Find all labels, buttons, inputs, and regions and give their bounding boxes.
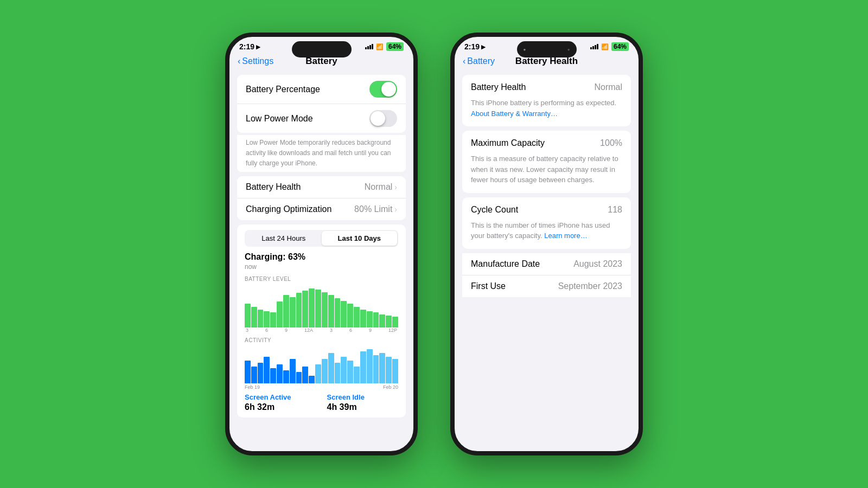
cycle-count-value: 118 [608,205,622,215]
toggle-knob-low-power [371,111,385,126]
bar-10 [302,291,308,328]
maximum-capacity-section: Maximum Capacity 100% This is a measure … [462,131,631,193]
first-use-label: First Use [471,281,506,291]
charging-optimization-value: 80% Limit › [354,204,397,214]
bar-23 [386,316,392,328]
bar-14 [328,295,334,328]
battery-health-right-row: Battery Health Normal [462,75,631,97]
phone-left: 2:19 ▶ 📶 64% ‹ Settings Battery Battery … [225,33,418,455]
status-time-left: 2:19 ▶ [239,42,260,51]
back-button-left[interactable]: ‹ Settings [238,56,273,66]
battery-health-value: Normal › [365,182,397,192]
battery-health-right-section: Battery Health Normal This iPhone batter… [462,75,631,126]
learn-more-link[interactable]: Learn more… [544,232,587,240]
bar-5 [270,312,276,328]
back-button-right[interactable]: ‹ Battery [463,56,495,66]
battery-health-label: Battery Health [246,182,301,192]
manufacture-date-value: August 2023 [573,259,622,269]
charging-status-label: Charging: 63% [245,252,398,262]
status-icons-right: 📶 64% [590,42,629,51]
bar-15 [335,298,341,328]
low-power-mode-label: Low Power Mode [246,114,313,124]
time-btn-24h[interactable]: Last 24 Hours [246,231,322,246]
bar-12 [315,290,321,328]
activity-bars [245,345,398,383]
dynamic-island-left [292,41,352,57]
wifi-icon-right: 📶 [601,43,609,50]
bar-9 [296,293,302,328]
screen-idle-value: 4h 39m [327,402,399,412]
maximum-capacity-label: Maximum Capacity [471,138,545,148]
bar-18 [354,307,360,328]
usage-row: Screen Active 6h 32m Screen Idle 4h 39m [245,393,398,412]
screen-active-value: 6h 32m [245,402,316,412]
status-icons-left: 📶 64% [365,42,404,51]
bar-6 [277,301,283,328]
bar-11 [309,288,315,328]
cycle-count-section: Cycle Count 118 This is the number of ti… [462,197,631,249]
screen-active-item: Screen Active 6h 32m [245,393,316,412]
phone-right: ● ● 2:19 ▶ 📶 64% ‹ Battery Battery Healt… [450,33,643,455]
battery-chart-x-labels: 3 6 9 12A 3 6 9 12P [245,328,398,333]
battery-percent-left: 64% [386,42,404,51]
location-icon-right: ▶ [481,44,486,50]
bar-19 [360,310,366,328]
toggle-knob-battery-pct [381,82,396,97]
battery-level-chart: 3 6 9 12A 3 6 9 12P [245,284,398,333]
maximum-capacity-value: 100% [600,138,622,148]
manufacture-info-section: Manufacture Date August 2023 First Use S… [462,253,631,297]
chevron-right-health: › [394,183,397,191]
chevron-left-icon: ‹ [238,56,240,66]
nav-title-right: Battery Health [515,56,578,67]
screen-idle-item: Screen Idle 4h 39m [327,393,399,412]
cycle-count-description: This is the number of times iPhone has u… [462,219,631,249]
low-power-mode-row: Low Power Mode [237,104,406,133]
location-icon-left: ▶ [256,44,260,50]
screen-active-label: Screen Active [245,393,316,401]
cycle-count-label: Cycle Count [471,205,518,215]
screen-idle-label: Screen Idle [327,393,399,401]
battery-percentage-toggle[interactable] [369,81,397,98]
chevron-left-icon-right: ‹ [463,56,465,66]
bar-17 [347,304,353,328]
first-use-value: September 2023 [558,281,622,291]
activity-date-labels: Feb 19 Feb 20 [245,384,398,390]
battery-bars [245,284,398,328]
bar-7 [283,295,289,328]
battery-health-section: Battery Health Normal › Charging Optimiz… [237,176,406,220]
manufacture-date-row: Manufacture Date August 2023 [462,253,631,275]
charging-optimization-row[interactable]: Charging Optimization 80% Limit › [237,198,406,220]
bar-4 [264,311,270,328]
time-selector: Last 24 Hours Last 10 Days [245,230,398,247]
bar-1 [245,304,251,328]
charging-optimization-label: Charging Optimization [246,204,331,214]
bar-22 [379,314,385,328]
wifi-icon-left: 📶 [376,43,384,50]
bar-3 [258,310,264,328]
nav-title-left: Battery [305,56,337,67]
signal-bars-left [365,44,373,49]
activity-title: ACTIVITY [245,337,398,343]
battery-percentage-row: Battery Percentage [237,75,406,104]
first-use-row: First Use September 2023 [462,275,631,297]
status-time-right: 2:19 ▶ [464,42,486,51]
charging-time: now [245,263,398,271]
battery-percentage-section: Battery Percentage Low Power Mode [237,75,406,133]
dynamic-island-right: ● ● [517,41,577,57]
maximum-capacity-description: This is a measure of battery capacity re… [462,152,631,193]
time-btn-10d[interactable]: Last 10 Days [322,231,398,246]
manufacture-date-label: Manufacture Date [471,259,540,269]
bar-8 [290,297,296,328]
low-power-mode-toggle[interactable] [369,110,397,127]
battery-health-right-value: Normal [594,82,622,92]
battery-level-title: BATTERY LEVEL [245,276,398,282]
battery-health-row[interactable]: Battery Health Normal › [237,176,406,198]
maximum-capacity-row: Maximum Capacity 100% [462,131,631,152]
battery-health-description: This iPhone battery is performing as exp… [462,97,631,126]
bar-2 [251,307,257,328]
chart-section: Last 24 Hours Last 10 Days Charging: 63%… [237,224,406,418]
battery-warranty-link[interactable]: About Battery & Warranty… [471,110,558,118]
signal-bars-right [590,44,598,49]
activity-chart: Feb 19 Feb 20 [245,345,398,389]
battery-percentage-label: Battery Percentage [246,85,320,94]
